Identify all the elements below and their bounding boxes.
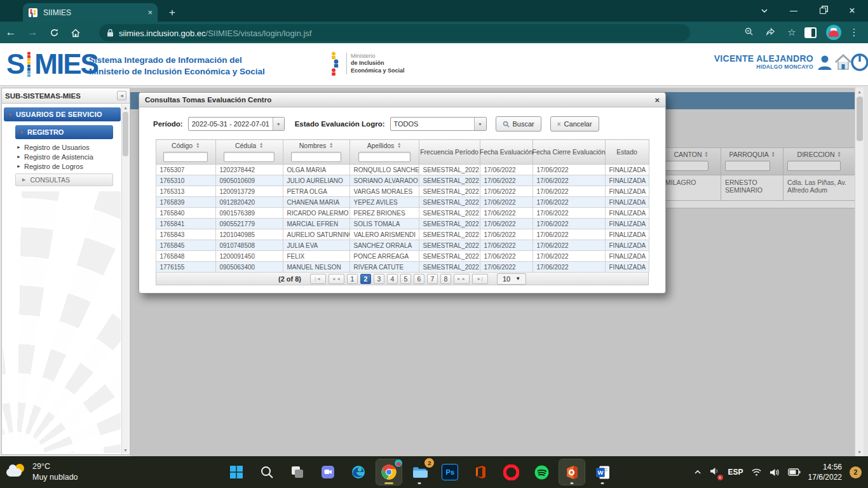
- first-page-button[interactable]: |◄: [310, 274, 326, 284]
- audio-output-muted-icon[interactable]: ×: [710, 466, 721, 478]
- taskbar-weather-widget[interactable]: 29°C Muy nublado: [0, 461, 146, 483]
- office-icon[interactable]: [468, 459, 493, 485]
- page-size-select[interactable]: 10 ▼: [497, 273, 526, 285]
- back-icon[interactable]: ←: [0, 26, 22, 39]
- column-filter-input[interactable]: [224, 152, 275, 162]
- teams-icon[interactable]: [315, 459, 341, 485]
- sidebar-scroll-down-icon[interactable]: ▼: [122, 448, 129, 452]
- task-view-icon[interactable]: [285, 459, 310, 485]
- sort-icon[interactable]: ▲▼: [329, 142, 333, 149]
- periodo-dropdown-icon[interactable]: ▼: [273, 118, 284, 130]
- dialog-titlebar[interactable]: Consultas Tomas Evaluación Centro ×: [139, 93, 665, 107]
- page-button-5[interactable]: 5: [400, 274, 411, 284]
- next-page-button[interactable]: ►►: [454, 274, 470, 284]
- page-button-6[interactable]: 6: [414, 274, 424, 284]
- url-bar[interactable]: siimies.inclusion.gob.ec/SIIMIES/vistas/…: [99, 24, 690, 41]
- home-nav-icon[interactable]: [65, 26, 86, 39]
- buscar-button[interactable]: Buscar: [496, 116, 541, 132]
- column-filter-input[interactable]: [291, 152, 341, 162]
- battery-icon[interactable]: [788, 468, 801, 476]
- minimize-button[interactable]: [779, 0, 808, 22]
- search-icon[interactable]: [254, 459, 280, 485]
- logout-icon[interactable]: [851, 53, 868, 71]
- sidebar-item[interactable]: ►Registro de Asistencia: [17, 152, 113, 161]
- last-page-button[interactable]: ►|: [472, 274, 488, 284]
- user-icon[interactable]: [816, 53, 834, 71]
- home-icon[interactable]: [834, 53, 852, 71]
- estado-dropdown-icon[interactable]: ▼: [474, 118, 486, 130]
- table-row[interactable]: 17761550905063400MANUEL NELSONRIVERA CAT…: [156, 262, 649, 273]
- volume-icon[interactable]: [770, 468, 780, 477]
- table-row[interactable]: 17658410905521779MARCIAL EFRENSOLIS TOMA…: [156, 219, 649, 229]
- sidebar-item-consultas[interactable]: ▶ CONSULTAS: [15, 173, 113, 186]
- page-button-8[interactable]: 8: [440, 274, 451, 284]
- bookmark-star-icon[interactable]: ☆: [783, 27, 801, 38]
- scroll-thumb[interactable]: [857, 97, 863, 141]
- zoom-icon[interactable]: [740, 27, 757, 38]
- restore-button[interactable]: [808, 0, 837, 22]
- opera-icon[interactable]: [498, 459, 524, 485]
- column-header[interactable]: Fecha Cierre Evaluación: [532, 140, 605, 165]
- share-icon[interactable]: [761, 27, 779, 38]
- scroll-up-icon[interactable]: ▲: [855, 90, 864, 94]
- column-filter-input[interactable]: [163, 152, 208, 162]
- dialog-close-icon[interactable]: ×: [654, 95, 660, 105]
- column-header[interactable]: Cédula▲▼: [215, 140, 283, 165]
- reload-icon[interactable]: [43, 26, 65, 39]
- profile-avatar[interactable]: [826, 25, 841, 40]
- periodo-select[interactable]: 2022-05-31 - 2022-07-01 ▼: [188, 117, 285, 131]
- prev-page-button[interactable]: ◄◄: [329, 274, 344, 284]
- photoshop-icon[interactable]: Ps: [437, 459, 463, 485]
- column-header[interactable]: Fecha Evaluación: [480, 140, 532, 165]
- tab-search-icon[interactable]: [750, 0, 779, 22]
- page-button-7[interactable]: 7: [427, 274, 438, 284]
- sidebar-scrollbar[interactable]: ▲ ▼: [121, 104, 129, 454]
- column-header[interactable]: Código▲▼: [156, 140, 215, 165]
- page-button-4[interactable]: 4: [387, 274, 398, 284]
- tray-chevron-icon[interactable]: [693, 468, 702, 477]
- page-button-2[interactable]: 2: [360, 274, 371, 284]
- table-row[interactable]: 17658390912820420CHANENA MARIAYEPEZ AVIL…: [156, 197, 649, 208]
- sidebar-scroll-up-icon[interactable]: ▲: [122, 105, 129, 110]
- browser-menu-icon[interactable]: ⋮: [845, 27, 863, 38]
- page-scrollbar[interactable]: ▲ ▼: [855, 88, 864, 456]
- sort-icon[interactable]: ▲▼: [259, 142, 263, 149]
- word-icon[interactable]: W: [590, 459, 615, 485]
- wifi-icon[interactable]: [751, 468, 762, 477]
- taskbar-clock[interactable]: 14:56 17/6/2022: [808, 462, 842, 482]
- language-indicator[interactable]: ESP: [728, 468, 743, 477]
- sidebar-group-registro[interactable]: ▼ REGISTRO: [15, 125, 113, 139]
- start-button-icon[interactable]: [224, 459, 249, 485]
- table-row[interactable]: 17658400901576389RICARDO PALERMOPEREZ BR…: [156, 208, 649, 219]
- column-header[interactable]: Apellidos▲▼: [349, 140, 419, 165]
- table-row[interactable]: 17658431201040985AURELIO SATURNINOVALERO…: [156, 229, 649, 240]
- column-header[interactable]: Estado: [605, 140, 649, 165]
- page-button-1[interactable]: 1: [347, 274, 358, 284]
- table-row[interactable]: 17653131200913729PETRA OLGAVARGAS MORALE…: [156, 186, 649, 197]
- sidebar-scroll-thumb[interactable]: [123, 112, 128, 156]
- tab-close-icon[interactable]: ×: [147, 8, 153, 17]
- sort-icon[interactable]: ▲▼: [397, 142, 401, 149]
- sort-icon[interactable]: ▲▼: [196, 142, 200, 149]
- column-filter-input[interactable]: [358, 152, 410, 162]
- page-button-3[interactable]: 3: [374, 274, 384, 284]
- scroll-down-icon[interactable]: ▼: [855, 450, 864, 454]
- column-header[interactable]: Nombres▲▼: [283, 140, 349, 165]
- column-header[interactable]: Frecuencia Período: [419, 140, 480, 165]
- sidebar-section-usuarios[interactable]: ▼ USUARIOS DE SERVICIO: [4, 107, 121, 121]
- browser-tab[interactable]: SIIMIES ×: [23, 3, 158, 22]
- table-row[interactable]: 17653071202378442OLGA MARIARONQUILLO SAN…: [156, 165, 649, 175]
- table-row[interactable]: 17658481200091450FELIXPONCE ARREAGASEMES…: [156, 251, 649, 262]
- table-row[interactable]: 17658450910748508JULIA EVASANCHEZ ORRALA…: [156, 240, 649, 251]
- sidebar-collapse-icon[interactable]: ◄: [117, 91, 126, 100]
- file-explorer-icon[interactable]: 2: [407, 459, 432, 485]
- office-active-icon[interactable]: [559, 459, 585, 485]
- forward-icon[interactable]: →: [22, 26, 43, 39]
- notification-count-badge[interactable]: 2: [850, 466, 862, 478]
- new-tab-button[interactable]: +: [164, 5, 180, 20]
- sidebar-item[interactable]: ►Registro de Usuarios: [17, 142, 113, 152]
- chrome-icon[interactable]: [376, 459, 402, 485]
- cancelar-button[interactable]: × Cancelar: [550, 116, 599, 132]
- estado-select[interactable]: TODOS ▼: [390, 117, 487, 131]
- spotify-icon[interactable]: [529, 459, 554, 485]
